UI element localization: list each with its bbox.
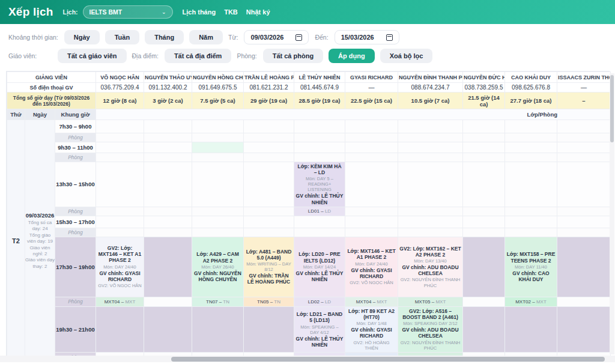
room-code: MXT02 – (515, 299, 536, 305)
class-cell[interactable]: Lớp: MXT158 – PRE TEENS PHASE 2Môn: DAY … (505, 237, 557, 297)
class-title: Lớp: MXT146 – KET A1 PHASE 2 (347, 248, 396, 260)
empty-room-cell (294, 133, 345, 142)
class-card[interactable]: Lớp: KÈM KIM HÀ – LDMôn: DAY 5 – READING… (294, 162, 345, 207)
room-cell[interactable]: MXT02 – MXT (505, 297, 557, 306)
grid-cell (192, 142, 244, 153)
class-title: Lớp: LD20 – PRE IELTS (LD12) (295, 251, 344, 263)
class-cell[interactable]: GV2: Lớp: MXT146 – KET A1 PHASE 2Môn: DA… (96, 237, 144, 297)
empty-room-cell (505, 228, 557, 237)
class-main-teacher: GV chính: CAO KHẢI DUY (506, 270, 556, 282)
class-card[interactable]: Lớp: MXT158 – PRE TEENS PHASE 2Môn: DAY … (505, 250, 557, 284)
grid-cell (294, 120, 345, 133)
horizontal-scrollbar[interactable] (0, 356, 615, 362)
class-title: Lớp: HT 89 KET A2 (HT70) (347, 308, 396, 320)
teacher-total-hours: 29 giờ (19 ca) (244, 93, 294, 109)
from-label: Từ: (228, 34, 238, 41)
empty-room-cell (345, 228, 398, 237)
nav-tkb[interactable]: TKB (224, 8, 238, 16)
grid-cell (463, 120, 505, 133)
class-title: GV2: Lớp: MXT146 – KET A1 PHASE 2 (97, 245, 142, 264)
room-cell[interactable]: LD01 – LD (294, 207, 345, 216)
class-card[interactable]: GV2: Lớp: A516 – BOOST BAND 2 (A461)Môn:… (398, 307, 462, 353)
class-cell[interactable]: Lớp: LD20 – PRE IELTS (LD12)Môn: DAY 14/… (294, 237, 345, 297)
class-cell[interactable]: GV2: Lớp: MXT162 – KET A2 PHASE 2Môn: DA… (398, 237, 463, 297)
vertical-scrollbar[interactable] (610, 73, 614, 354)
room-cell[interactable]: MXT04 – MXT (345, 297, 398, 306)
range-day-button[interactable]: Ngày (64, 30, 100, 44)
room-cell[interactable]: MXT05 – MXT (398, 297, 463, 306)
range-week-button[interactable]: Tuần (105, 30, 139, 44)
class-cell[interactable]: Lớp: HT 89 KET A2 (HT70)Môn: DAY 1/48GV … (345, 306, 398, 353)
empty-room-cell (244, 133, 294, 142)
class-main-teacher: GV chính: ADU BOADU CHELSEA (399, 327, 461, 339)
empty-room-cell (557, 207, 611, 216)
teacher-phone: 088.674.234.7 (398, 83, 463, 93)
calendar-icon[interactable] (386, 34, 393, 41)
date-header: Ngày (25, 109, 55, 120)
from-date-input[interactable]: 09/03/2026 (244, 30, 309, 44)
class-card[interactable]: Lớp: A481 – BAND 5.0 (A449)Môn: WRITING … (244, 247, 294, 287)
grid-cell (557, 120, 611, 133)
nav-log[interactable]: Nhật ký (246, 8, 270, 16)
class-cell[interactable]: Lớp: A481 – BAND 5.0 (A449)Môn: WRITING … (244, 237, 294, 297)
teacher-total-hours: 10.5 giờ (7 ca) (398, 93, 463, 109)
grid-cell (96, 216, 144, 228)
class-cell[interactable]: Lớp: A429 – CAM A2 PHASE 2Môn: DAY 26/40… (192, 237, 244, 297)
grid-cell (345, 142, 398, 153)
day-stat: Tổng giáo viên dạy: 19 (25, 232, 55, 245)
class-cell[interactable]: Lớp: MXT146 – KET A1 PHASE 2Môn: DAY 24/… (345, 237, 398, 297)
grid-cell (463, 237, 505, 297)
grid-cell (192, 120, 244, 133)
empty-room-cell (192, 207, 244, 216)
vertical-scrollbar-thumb[interactable] (610, 75, 614, 142)
empty-room-cell (398, 133, 463, 142)
grid-cell (398, 162, 463, 207)
class-card[interactable]: Lớp: A429 – CAM A2 PHASE 2Môn: DAY 26/40… (192, 250, 243, 284)
all-locations-button[interactable]: Tất cả địa điểm (165, 49, 231, 63)
empty-room-cell (557, 153, 611, 162)
nav-month-view[interactable]: Lịch tháng (183, 8, 216, 16)
schedule-select[interactable]: IELTS BMT ⌄ (83, 5, 173, 19)
class-card[interactable]: GV2: Lớp: MXT162 – KET A2 PHASE 2Môn: DA… (398, 244, 462, 290)
class-card[interactable]: Lớp: LD20 – PRE IELTS (LD12)Môn: DAY 14/… (294, 250, 345, 284)
all-rooms-button[interactable]: Tất cả phòng (263, 49, 323, 63)
chevron-down-icon: ⌄ (162, 9, 166, 15)
clear-filters-button[interactable]: Xoá bộ lọc (380, 49, 433, 63)
apply-button[interactable]: Áp dụng (329, 49, 375, 63)
empty-room-cell (398, 207, 463, 216)
to-label: Đến: (315, 34, 328, 41)
room-cell[interactable]: LD02 – LD (294, 297, 345, 306)
class-cell[interactable]: GV2: Lớp: A516 – BOOST BAND 2 (A461)Môn:… (398, 306, 463, 353)
to-date-value: 15/03/2026 (341, 34, 374, 41)
class-main-teacher: GV chính: NGUYỄN HỒNG CHUYÊN (193, 270, 242, 282)
timeslot-header: Khung giờ (55, 109, 96, 120)
class-subject: Môn: DAY 5 – READING+ LISTENING (295, 176, 344, 192)
horizontal-scrollbar-thumb[interactable] (171, 357, 605, 362)
class-card[interactable]: Lớp: LD21 – BAND 5 (LD13)Môn: SPEAKING –… (294, 310, 345, 349)
date-info-cell: 09/03/2026Tổng số ca dạy: 24Tổng giáo vi… (25, 120, 55, 362)
room-cell[interactable]: TN07 – TN (192, 297, 244, 306)
class-second-teacher: GV2: HỒ HOÀNG THIỆN (347, 340, 396, 351)
to-date-input[interactable]: 15/03/2026 (335, 30, 399, 44)
room-site: MXT (536, 299, 547, 305)
empty-room-cell (192, 153, 244, 162)
class-card[interactable]: Lớp: HT 89 KET A2 (HT70)Môn: DAY 1/48GV … (345, 307, 398, 353)
grid-cell (463, 216, 505, 228)
range-month-button[interactable]: Tháng (145, 30, 184, 44)
grid-cell (505, 306, 557, 353)
class-main-teacher: GV chính: GYASI RICHARD (347, 267, 396, 279)
calendar-icon[interactable] (295, 34, 302, 41)
room-cell[interactable]: MXT04 – MXT (96, 297, 144, 306)
teacher-name-header: TRẦN LÊ HOÀNG PHÚC (244, 72, 294, 83)
class-cell[interactable]: Lớp: KÈM KIM HÀ – LDMôn: DAY 5 – READING… (294, 162, 345, 207)
class-cell[interactable]: Lớp: LD21 – BAND 5 (LD13)Môn: SPEAKING –… (294, 306, 345, 353)
class-card[interactable]: GV2: Lớp: MXT146 – KET A1 PHASE 2Môn: DA… (96, 244, 144, 290)
grid-cell (345, 162, 398, 207)
teacher-phone: 081.621.231.2 (244, 83, 294, 93)
range-year-button[interactable]: Năm (189, 30, 223, 44)
class-card[interactable]: Lớp: MXT146 – KET A1 PHASE 2Môn: DAY 24/… (345, 247, 398, 287)
grid-cell (96, 120, 144, 133)
all-teachers-button[interactable]: Tất cả giáo viên (58, 49, 127, 63)
room-cell[interactable]: TN05 – TN (244, 297, 294, 306)
empty-room-cell (557, 297, 611, 306)
